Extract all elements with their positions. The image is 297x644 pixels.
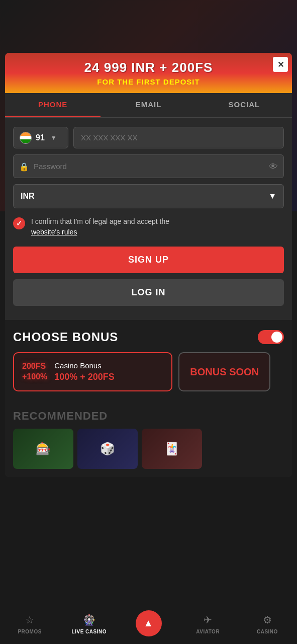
bonus-banner: 24 999 INR + 200FS FOR THE FIRST DEPOSIT	[5, 53, 292, 93]
log-in-button[interactable]: LOG IN	[13, 279, 284, 306]
rec-card-3[interactable]: 🃏	[142, 429, 202, 469]
password-input[interactable]	[13, 154, 284, 178]
promos-icon: ☆	[25, 614, 35, 626]
auth-tabs: PHONE EMAIL SOCIAL	[5, 93, 292, 118]
nav-live-casino[interactable]: 🎡 LIVE CASINO	[59, 604, 119, 644]
toggle-thumb	[271, 332, 282, 343]
close-button[interactable]: ✕	[273, 57, 288, 72]
phone-input[interactable]	[73, 127, 284, 148]
bonus-card-right: Casino Bonus 100% + 200FS	[54, 361, 115, 382]
nav-promos[interactable]: ☆ PROMOS	[0, 604, 59, 644]
recommended-title: RECOMMENDED	[13, 410, 284, 423]
india-flag	[20, 132, 32, 144]
confirm-row: ✓ I confirm that I'm of legal age and ac…	[13, 216, 284, 237]
eye-icon[interactable]: 👁	[269, 161, 278, 172]
phone-row: 91 ▼	[13, 127, 284, 148]
toggle-track	[258, 330, 284, 344]
recommended-section: RECOMMENDED 🎰 🎲 🃏	[5, 401, 292, 477]
password-wrapper: 🔒 👁	[13, 154, 284, 178]
aviator-icon: ✈	[204, 614, 213, 626]
tab-phone[interactable]: PHONE	[5, 93, 101, 117]
nav-aviator-label: AVIATOR	[196, 629, 220, 634]
currency-text: INR	[21, 192, 35, 201]
bonus-header: CHOOSE BONUS	[13, 330, 284, 344]
nav-promos-label: PROMOS	[18, 629, 41, 634]
bonus-toggle[interactable]	[258, 330, 284, 344]
bonus-soon-text: BONUS SOON	[190, 366, 259, 378]
bonus-section: CHOOSE BONUS 200FS +100% Casino Bonus	[5, 320, 292, 401]
currency-selector[interactable]: INR ▼	[13, 184, 284, 208]
bonus-card-left: 200FS +100%	[22, 361, 47, 382]
bonus-section-title: CHOOSE BONUS	[13, 330, 118, 344]
confirm-checkbox[interactable]: ✓	[13, 217, 25, 229]
confirm-text: I confirm that I'm of legal age and acce…	[31, 216, 169, 237]
bonus-card-casino[interactable]: 200FS +100% Casino Bonus 100% + 200FS	[13, 352, 172, 391]
center-button[interactable]: ▲	[136, 610, 162, 636]
bottom-nav: ☆ PROMOS 🎡 LIVE CASINO ▲ ✈ AVIATOR ⚙ CAS…	[0, 604, 297, 644]
rec-card-1[interactable]: 🎰	[13, 429, 73, 469]
modal-overlay: 24 999 INR + 200FS FOR THE FIRST DEPOSIT…	[0, 53, 297, 477]
recommended-grid: 🎰 🎲 🃏	[13, 429, 284, 469]
confirm-link[interactable]: website's rules	[31, 228, 77, 236]
currency-chevron-icon: ▼	[268, 192, 276, 201]
lock-icon: 🔒	[19, 162, 29, 171]
form-body: 91 ▼ 🔒 👁 INR ▼ ✓	[5, 118, 292, 315]
tab-social[interactable]: SOCIAL	[196, 93, 292, 117]
country-code-text: 91	[36, 133, 45, 142]
up-arrow-icon: ▲	[143, 617, 153, 629]
country-code-selector[interactable]: 91 ▼	[13, 127, 68, 148]
nav-casino-label: CASINO	[257, 629, 278, 634]
nav-aviator[interactable]: ✈ AVIATOR	[178, 604, 238, 644]
auth-modal: 24 999 INR + 200FS FOR THE FIRST DEPOSIT…	[5, 53, 292, 477]
sign-up-button[interactable]: SIGN UP	[13, 247, 284, 273]
bonus-card-soon: BONUS SOON	[178, 352, 270, 391]
rec-card-2[interactable]: 🎲	[77, 429, 138, 469]
bonus-cards: 200FS +100% Casino Bonus 100% + 200FS BO…	[13, 352, 284, 391]
casino-icon: ⚙	[263, 614, 272, 626]
tab-email[interactable]: EMAIL	[101, 93, 196, 117]
live-casino-icon: 🎡	[83, 614, 96, 626]
bonus-subtext: FOR THE FIRST DEPOSIT	[15, 77, 282, 86]
nav-center[interactable]: ▲	[119, 604, 178, 644]
nav-casino[interactable]: ⚙ CASINO	[238, 604, 297, 644]
chevron-down-icon: ▼	[51, 134, 57, 141]
bonus-amount: 24 999 INR + 200FS	[15, 60, 282, 75]
nav-live-casino-label: LIVE CASINO	[72, 629, 107, 634]
